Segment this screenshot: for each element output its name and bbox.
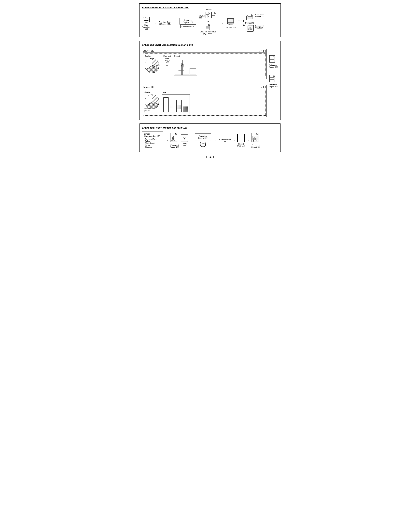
element-b-bottom-label: ElementB [144,109,150,113]
data-113-label: Data 113 [205,9,212,11]
arrow1: → [153,21,156,25]
enhanced-chart-icon [247,25,254,32]
conversion-label: Conversion 124 [181,26,194,28]
dashed-lines-group: ▶ ▶ [238,21,244,25]
svg-rect-60 [170,103,175,108]
list-item-multiselect: Multi-Select [144,142,161,144]
browser-controls-top: _ □ ✕ [258,50,266,52]
drag-drop-label: Drag anddropaction130 [163,55,171,63]
enhanced-report-right-label: EnhancedReport 122 [255,14,264,18]
chart-a-bottom-container: Chart A Element A ElementB [144,91,160,113]
drag-drop-group: Drag anddropaction130 → [162,55,172,67]
enhanced-report-right-2-label: EnhancedReport 122 [269,84,278,88]
minimize-btn-2[interactable]: _ [258,86,260,88]
arrow-s3-4: → [232,139,236,142]
element-b-drag: Element B [178,63,185,71]
svg-rect-51 [251,28,252,30]
s3-reporting-engine-group: ReportingEngine 120 [195,133,211,147]
list-item-hover: Hover [144,144,161,146]
svg-rect-39 [247,16,252,19]
data-doc-icon [211,12,217,19]
s3-final-label: EnhancedReport 122 [251,144,260,148]
s3-reporting-engine-label: ReportingEngine 120 [197,135,209,139]
element-b-label-top: Element B [178,70,185,71]
drag-arrow: → [166,64,169,67]
close-btn-2[interactable]: ✕ [263,86,266,88]
scenario3-box: Enhanced Report Update Scenario 180 Dire… [139,123,281,152]
svg-point-8 [143,20,149,22]
direct-manip-list: Drag and Drop Select Multi-Select Hover … [144,138,161,148]
chart-a-bottom-label: Chart A [144,91,151,93]
chart-area-bottom: Chart A Element A ElementB Chart C [143,90,266,115]
scenario1-box: Enhanced Report Creation Scenario 100 Da… [139,3,281,37]
arrow-s3-2: → [190,139,193,142]
scenario2-box: Enhanced Chart Manipulation Scenario 140… [139,41,281,120]
enhanced-report-mid-icon [205,24,210,31]
browser-window-bottom: Browser 110 _ □ ✕ Chart A [142,85,267,117]
fig-caption: FIG. 1 [139,155,281,159]
browser-icon [227,18,236,26]
arrow-s3-3: → [213,139,216,142]
arrow3: → [206,20,209,23]
chart-b-label: Chart B [174,55,180,57]
chart-b-container: Chart B Element B [174,55,197,76]
svg-text:Element A: Element A [154,64,160,66]
enhanced-report-mid-label: Enhanced Report 122(e.g., JSON) [200,31,216,35]
s3-final-group: EnhancedReport 122 [251,133,260,148]
analytics-data-label: Analytics Data112 (e.g., XML) [159,21,171,25]
layout-label: Layout111 [199,15,204,19]
reporting-engine-group: ReportingEngine 120 Conversion 124 [179,18,196,28]
close-btn[interactable]: ✕ [263,50,266,52]
element-a-bottom-label: Element A [144,108,151,109]
reporting-engine-label: ReportingEngine 120 [181,19,194,23]
svg-rect-10 [145,17,147,19]
device-group: Device 102 EnhancedReport 122 EnhancedCh… [245,14,264,32]
direct-manip-title: DirectManipulation 150 [144,133,161,138]
exclamation-mark: ! [241,136,242,140]
svg-rect-34 [230,24,232,25]
arrow-s3-1: → [165,139,168,142]
chart-a-container: Chart A [144,55,160,73]
svg-rect-81 [171,140,172,141]
device-label: Device 102 [245,22,254,24]
list-item-disperse: Disperse [144,146,161,148]
chart-c-container: Chart C [162,91,190,114]
s3-report-data-group: ! ReportData 154 [237,134,245,147]
scenario3-content: DirectManipulation 150 Drag and Drop Sel… [142,131,278,149]
enhanced-report-right-1-label: EnhancedReport 122 [269,64,278,68]
arrow2: → [174,21,177,25]
browser-controls-bottom: _ □ ✕ [258,86,266,88]
enhanced-report-icon-1 [269,55,277,63]
svg-rect-49 [248,28,249,30]
browser-bottom-label: Browser 110 [143,86,154,88]
scenario1-content: DataRepository156 → Analytics Data112 (e… [142,11,278,35]
reporting-engine-box: ReportingEngine 120 [179,18,196,24]
chart-c-bars [162,94,190,114]
arrow-s3-5: → [246,139,250,142]
enhanced-chart-label: EnhancedChart 116 [255,25,264,29]
scenario1-title: Enhanced Report Creation Scenario 100 [142,6,278,9]
chart-a-pie: Element A [144,58,160,73]
device-icon [246,14,254,22]
svg-rect-83 [174,140,175,141]
direct-manipulation-box: DirectManipulation 150 Drag and Drop Sel… [142,131,163,149]
maximize-btn-2[interactable]: □ [261,86,263,88]
scenario3-title: Enhanced Report Update Scenario 180 [142,126,278,129]
svg-rect-42 [248,14,251,16]
scenario2-title: Enhanced Chart Manipulation Scenario 140 [142,43,278,46]
conversion-box: Conversion 124 [180,25,195,28]
svg-rect-50 [250,27,251,30]
chart-c-label: Chart C [162,91,170,94]
s3-data-repo-label: Data Repository156 [218,138,231,142]
report-data-icon: ! [237,134,245,142]
svg-rect-35 [228,25,233,25]
chart-b-bars: Element B [174,58,197,76]
chart-area-top: Chart A [143,54,266,77]
report-data-label: ReportData 154 [237,143,245,147]
browser-titlebar-bottom: Browser 110 _ □ ✕ [143,86,266,89]
browser-top-label: Browser 110 [143,50,154,52]
query-question-mark: ? [183,136,186,140]
down-arrow: ↓ [142,80,267,84]
minimize-btn[interactable]: _ [258,50,260,52]
maximize-btn[interactable]: □ [261,50,263,52]
